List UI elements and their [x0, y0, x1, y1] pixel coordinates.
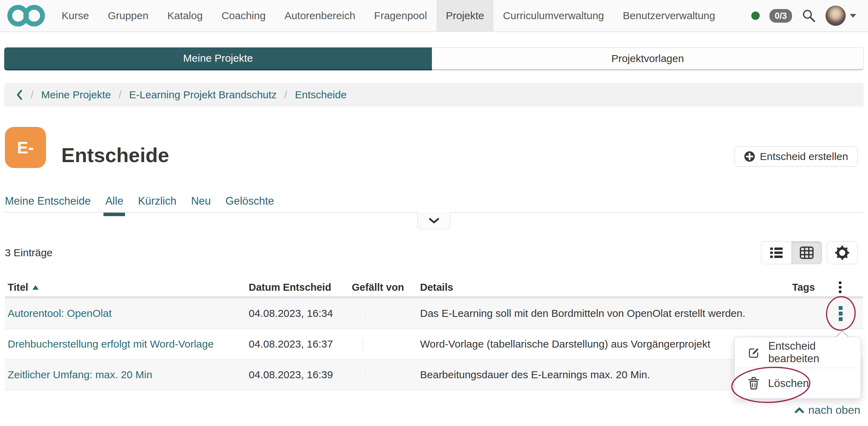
column-header-titel-label: Titel	[8, 282, 28, 293]
nav-item-katalog[interactable]: Katalog	[158, 0, 212, 31]
row-date: 04.08.2023, 16:34	[249, 307, 352, 319]
column-header-gefaellt-von[interactable]: Gefällt von	[352, 282, 420, 293]
column-header-datum[interactable]: Datum Entscheid	[249, 282, 352, 293]
column-header-tags[interactable]: Tags	[792, 282, 831, 293]
liked-by-avatar	[362, 306, 364, 320]
menu-item-edit-label: Entscheid bearbeiten	[768, 340, 861, 365]
filter-collapse-button[interactable]	[417, 212, 451, 229]
column-options-icon[interactable]	[837, 279, 844, 295]
column-header-titel[interactable]: Titel	[5, 282, 249, 293]
filter-tabs: Meine Entscheide Alle Kürzlich Neu Gelös…	[5, 190, 863, 213]
breadcrumb: / Meine Projekte / E-Learning Projekt Br…	[4, 83, 864, 107]
user-avatar	[826, 6, 846, 26]
gear-icon	[835, 245, 850, 260]
back-chevron-icon	[16, 89, 23, 100]
nav-item-kurse[interactable]: Kurse	[52, 0, 98, 31]
nav-item-gruppen[interactable]: Gruppen	[98, 0, 158, 31]
create-entscheid-button[interactable]: Entscheid erstellen	[735, 146, 858, 167]
column-header-menu	[831, 279, 863, 295]
nav-item-curriculumverwaltung[interactable]: Curriculumverwaltung	[494, 0, 613, 31]
edit-icon	[748, 346, 760, 359]
breadcrumb-separator: /	[118, 89, 121, 101]
chevron-down-icon	[428, 218, 440, 224]
chevron-up-icon	[795, 407, 804, 413]
user-menu[interactable]	[826, 6, 856, 26]
row-actions-menu-button[interactable]	[837, 304, 845, 323]
row-date: 04.08.2023, 16:39	[249, 369, 352, 381]
row-title-link[interactable]: Drehbucherstellung erfolgt mit Word-Vorl…	[8, 338, 214, 350]
sort-ascending-icon	[32, 285, 39, 290]
column-header-details[interactable]: Details	[420, 282, 792, 293]
create-entscheid-label: Entscheid erstellen	[760, 151, 848, 162]
row-details: Das E-Learning soll mit den Bordmitteln …	[420, 307, 792, 319]
navbar-right-controls: 0/3	[751, 0, 868, 31]
list-controls: 3 Einträge	[0, 241, 868, 264]
menu-item-delete-label: Löschen	[768, 377, 809, 390]
breadcrumb-back-button[interactable]	[16, 89, 23, 100]
openolat-logo[interactable]	[0, 0, 52, 31]
tab-kuerzlich[interactable]: Kürzlich	[138, 190, 176, 212]
nav-item-autorenbereich[interactable]: Autorenbereich	[275, 0, 365, 31]
nav-item-coaching[interactable]: Coaching	[212, 0, 275, 31]
nav-item-fragenpool[interactable]: Fragenpool	[365, 0, 436, 31]
row-title-link[interactable]: Autorentool: OpenOlat	[8, 307, 112, 319]
breadcrumb-separator: /	[284, 89, 287, 101]
table-settings-button[interactable]	[827, 241, 858, 264]
tab-geloeschte[interactable]: Gelöschte	[225, 190, 274, 212]
project-scope-segmented-control: Meine Projekte Projektvorlagen	[4, 47, 864, 70]
page-header: E- Entscheide Entscheid erstellen	[0, 127, 868, 168]
project-type-icon: E-	[5, 127, 46, 168]
segment-meine-projekte[interactable]: Meine Projekte	[4, 47, 432, 70]
view-controls	[761, 241, 858, 264]
search-icon	[802, 9, 816, 23]
tab-neu[interactable]: Neu	[191, 190, 211, 212]
main-navigation: Kurse Gruppen Katalog Coaching Autorenbe…	[52, 0, 724, 31]
search-button[interactable]	[802, 9, 816, 23]
tab-meine-entscheide[interactable]: Meine Entscheide	[5, 190, 91, 212]
caret-down-icon	[850, 14, 856, 18]
row-date: 04.08.2023, 16:37	[249, 338, 352, 350]
trash-icon	[748, 377, 760, 390]
list-view-icon	[769, 246, 784, 259]
plus-circle-icon	[744, 151, 755, 162]
table-row: Autorentool: OpenOlat 04.08.2023, 16:34 …	[5, 298, 863, 329]
top-navbar: Kurse Gruppen Katalog Coaching Autorenbe…	[0, 0, 868, 32]
list-view-button[interactable]	[761, 241, 792, 264]
tab-alle[interactable]: Alle	[105, 190, 123, 212]
back-to-top-link[interactable]: nach oben	[795, 404, 860, 417]
breadcrumb-link-entscheide[interactable]: Entscheide	[295, 89, 347, 101]
table-header-row: Titel Datum Entscheid Gefällt von Detail…	[5, 278, 863, 298]
infinity-logo-icon	[7, 3, 46, 28]
liked-by-avatar	[362, 337, 364, 351]
table-view-icon	[799, 246, 814, 259]
nav-item-benutzerverwaltung[interactable]: Benutzerverwaltung	[613, 0, 724, 31]
menu-item-loeschen[interactable]: Löschen	[735, 368, 861, 398]
entry-count: 3 Einträge	[5, 247, 53, 259]
row-context-menu: Entscheid bearbeiten Löschen	[734, 337, 861, 399]
page-title: Entscheide	[61, 143, 169, 168]
liked-by-avatar	[362, 368, 364, 381]
breadcrumb-link-meine-projekte[interactable]: Meine Projekte	[41, 89, 111, 101]
table-view-button[interactable]	[791, 241, 822, 264]
back-to-top-label: nach oben	[808, 404, 860, 417]
breadcrumb-link-projekt[interactable]: E-Learning Projekt Brandschutz	[129, 89, 277, 101]
nav-item-projekte[interactable]: Projekte	[436, 0, 494, 31]
status-dot	[751, 12, 760, 20]
breadcrumb-separator: /	[31, 89, 33, 101]
row-title-link[interactable]: Zeitlicher Umfang: max. 20 Min	[8, 369, 152, 381]
segment-projektvorlagen[interactable]: Projektvorlagen	[432, 47, 864, 70]
session-count-badge[interactable]: 0/3	[769, 9, 792, 23]
